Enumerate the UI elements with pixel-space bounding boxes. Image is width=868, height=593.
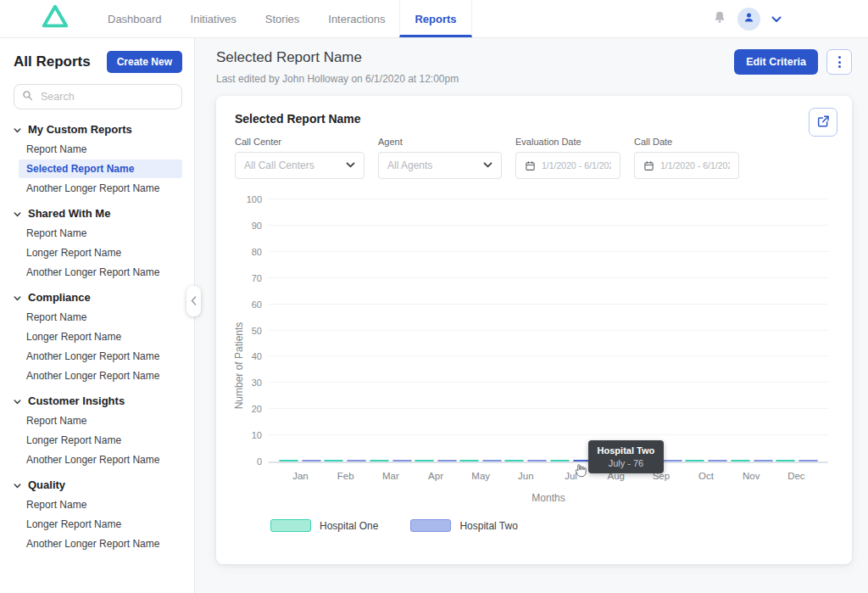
bar-group-jan: [279, 460, 321, 462]
nav-item-stories[interactable]: Stories: [251, 0, 314, 37]
nav-item-initiatives[interactable]: Initiatives: [176, 0, 251, 37]
export-report-button[interactable]: [809, 108, 837, 137]
select-agent[interactable]: All Agents: [378, 152, 502, 179]
y-tick-label: 10: [252, 430, 262, 440]
report-card: Selected Report Name Call CenterAll Call…: [216, 96, 852, 564]
legend-swatch: [270, 519, 311, 532]
date-input-evaluation-date[interactable]: 1/1/2020 - 6/1/2020: [515, 152, 620, 179]
report-item[interactable]: Longer Report Name: [19, 515, 182, 534]
edit-criteria-button[interactable]: Edit Criteria: [734, 49, 818, 75]
bell-icon: [713, 10, 726, 27]
bar-hospital-one-may[interactable]: [459, 460, 479, 462]
report-item[interactable]: Longer Report Name: [19, 327, 182, 346]
report-item[interactable]: Report Name: [19, 495, 182, 514]
select-call-center[interactable]: All Call Centers: [235, 152, 364, 179]
report-item[interactable]: Another Longer Report Name: [19, 534, 182, 553]
x-tick-label: Jan: [279, 471, 322, 481]
tooltip-value: July - 76: [598, 458, 655, 468]
filter-evaluation-date: Evaluation Date1/1/2020 - 6/1/2020: [515, 137, 620, 179]
gridline: [269, 408, 828, 409]
person-icon: [743, 11, 755, 27]
x-tick-label: Dec: [775, 471, 818, 481]
user-menu-button[interactable]: [771, 13, 782, 25]
bar-hospital-one-mar[interactable]: [370, 460, 389, 462]
bar-hospital-one-oct[interactable]: [685, 460, 704, 462]
nav-item-interactions[interactable]: Interactions: [314, 0, 399, 37]
x-axis-title: Months: [269, 492, 828, 504]
bar-hospital-two-dec[interactable]: [798, 460, 818, 462]
nav-item-dashboard[interactable]: Dashboard: [93, 0, 176, 37]
kebab-icon: [838, 56, 841, 68]
tree-section-header-compliance[interactable]: Compliance: [14, 288, 186, 307]
bar-hospital-one-feb[interactable]: [324, 460, 343, 462]
bar-hospital-two-sep[interactable]: [663, 460, 682, 462]
search-icon: [22, 89, 33, 104]
y-tick-label: 60: [252, 299, 262, 310]
chevron-down-icon: [14, 123, 21, 136]
x-tick-label: Mar: [369, 471, 412, 481]
bar-hospital-two-jun[interactable]: [527, 460, 547, 462]
report-item[interactable]: Longer Report Name: [19, 431, 182, 450]
gridline: [269, 330, 828, 331]
chevron-down-icon: [771, 13, 782, 25]
bar-hospital-two-apr[interactable]: [437, 460, 457, 462]
create-new-button[interactable]: Create New: [107, 51, 182, 73]
report-item[interactable]: Another Longer Report Name: [19, 179, 182, 198]
search-box[interactable]: [14, 84, 182, 109]
chevron-down-icon: [14, 394, 21, 407]
chevron-down-icon: [14, 478, 21, 491]
x-tick-label: Oct: [685, 471, 728, 481]
bar-group-oct: [685, 460, 727, 462]
tree-section: ComplianceReport NameLonger Report NameA…: [14, 288, 186, 385]
gridline: [269, 355, 828, 356]
legend-label: Hospital One: [320, 520, 378, 532]
page-title: Selected Report Name: [216, 49, 459, 66]
app-logo[interactable]: [39, 0, 71, 37]
user-avatar[interactable]: [737, 8, 760, 31]
bar-hospital-one-apr[interactable]: [415, 460, 434, 462]
report-item[interactable]: Another Longer Report Name: [19, 263, 182, 282]
bar-hospital-one-jan[interactable]: [279, 460, 298, 462]
tree-section-header-my-custom-reports[interactable]: My Custom Reports: [14, 120, 186, 139]
more-options-button[interactable]: [826, 49, 852, 75]
tree-section-header-quality[interactable]: Quality: [14, 475, 186, 495]
bar-hospital-one-dec[interactable]: [776, 460, 795, 462]
tree-section-label: Compliance: [28, 291, 91, 304]
report-item[interactable]: Report Name: [19, 308, 182, 327]
legend-swatch: [410, 519, 451, 532]
bar-hospital-two-jan[interactable]: [302, 460, 321, 462]
tree-section-label: Shared With Me: [28, 207, 110, 220]
report-item[interactable]: Longer Report Name: [19, 243, 182, 262]
report-item[interactable]: Report Name: [19, 411, 182, 430]
report-item[interactable]: Another Longer Report Name: [19, 450, 182, 469]
logo-triangle-icon: [39, 3, 71, 35]
report-item[interactable]: Another Longer Report Name: [19, 366, 182, 385]
bar-hospital-two-mar[interactable]: [392, 460, 412, 462]
y-tick-label: 40: [252, 351, 262, 361]
nav-item-reports[interactable]: Reports: [399, 0, 471, 37]
sidebar-collapse-button[interactable]: [186, 286, 201, 316]
filter-value: 1/1/2020 - 6/1/2020: [542, 160, 611, 171]
tree-section-header-customer-insights[interactable]: Customer Insights: [14, 391, 186, 411]
filter-label: Call Center: [235, 137, 364, 147]
bar-hospital-two-nov[interactable]: [754, 460, 773, 462]
date-input-call-date[interactable]: 1/1/2020 - 6/1/2020: [634, 152, 739, 179]
bar-hospital-two-feb[interactable]: [347, 460, 366, 462]
bar-hospital-two-oct[interactable]: [708, 460, 727, 462]
bar-group-jun: [504, 460, 547, 462]
notifications-button[interactable]: [713, 10, 726, 27]
tree-section: Customer InsightsReport NameLonger Repor…: [14, 391, 186, 469]
bar-hospital-one-nov[interactable]: [731, 460, 750, 462]
bar-hospital-two-may[interactable]: [482, 460, 502, 462]
chevron-down-icon: [14, 291, 21, 304]
search-input[interactable]: [39, 90, 174, 103]
top-navbar: DashboardInitiativesStoriesInteractionsR…: [0, 0, 868, 38]
report-item[interactable]: Another Longer Report Name: [19, 347, 182, 366]
bar-hospital-one-jul[interactable]: [550, 460, 570, 462]
tree-section-header-shared-with-me[interactable]: Shared With Me: [14, 204, 186, 223]
report-item[interactable]: Report Name: [19, 224, 182, 243]
bar-hospital-one-jun[interactable]: [504, 460, 524, 462]
report-item-selected[interactable]: Selected Report Name: [19, 159, 182, 178]
gridline: [269, 199, 828, 199]
report-item[interactable]: Report Name: [19, 140, 182, 159]
